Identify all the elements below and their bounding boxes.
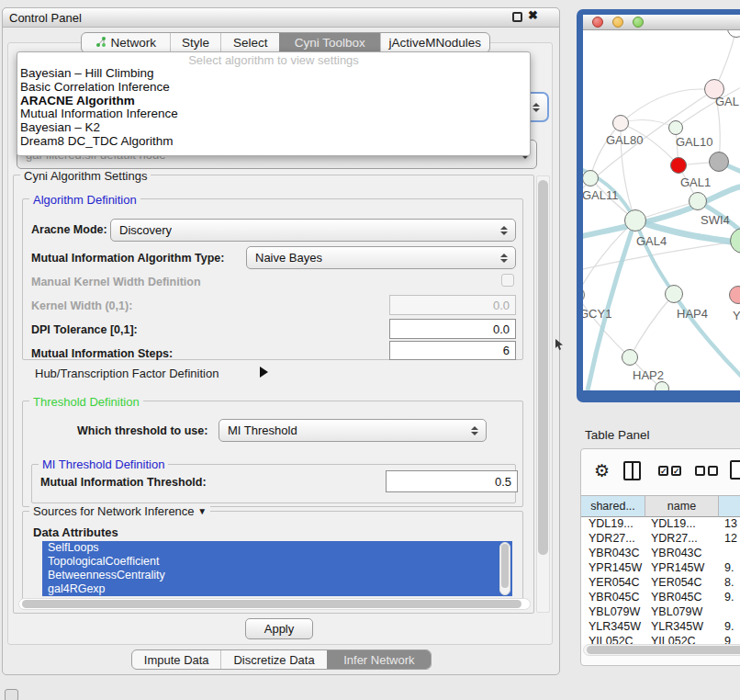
table-cell: YDL19... bbox=[589, 517, 633, 530]
algorithm-option[interactable]: Basic Correlation Inference bbox=[20, 80, 170, 94]
hub-transcription-section-label[interactable]: Hub/Transcription Factor Definition bbox=[35, 367, 219, 380]
node-gal1[interactable] bbox=[670, 157, 687, 174]
table-cell: YBR043C bbox=[651, 547, 702, 559]
table-cell: YIL052C bbox=[589, 635, 633, 644]
table-cell: YBR045C bbox=[651, 591, 702, 604]
table-row[interactable]: YDL19...YDL19...13 bbox=[581, 517, 740, 532]
settings-hscrollbar-thumb[interactable] bbox=[22, 600, 521, 608]
table-row[interactable]: YBR045CYBR045C9. bbox=[581, 591, 740, 605]
tab-select[interactable]: Select bbox=[220, 33, 279, 52]
table-cell: 12 bbox=[724, 532, 737, 545]
mutual-information-threshold-field[interactable]: 0.5 bbox=[386, 470, 518, 492]
mi-threshold-definition-label: MI Threshold Definition bbox=[39, 457, 168, 471]
minimize-traffic-light-icon[interactable] bbox=[612, 17, 623, 28]
network-window-titlebar[interactable] bbox=[583, 15, 740, 30]
control-panel-titlebar[interactable] bbox=[2, 7, 560, 28]
float-window-icon[interactable] bbox=[512, 12, 522, 22]
tab-discretize-data[interactable]: Discretize Data bbox=[220, 650, 326, 669]
manual-kernel-width-label: Manual Kernel Width Definition bbox=[31, 276, 201, 288]
tab-label: Style bbox=[182, 36, 209, 50]
mi-algorithm-type-label: Mutual Information Algorithm Type: bbox=[31, 252, 224, 265]
table-hscrollbar-thumb[interactable] bbox=[587, 646, 740, 654]
expand-arrow-icon[interactable] bbox=[260, 367, 268, 378]
data-attribute-item[interactable]: SelfLoops bbox=[42, 541, 512, 555]
mi-algorithm-type-combobox[interactable]: Naive Bayes bbox=[246, 246, 516, 269]
tab-infer-network[interactable]: Infer Network bbox=[327, 650, 431, 669]
close-icon[interactable]: ✖ bbox=[528, 8, 538, 22]
algorithm-option[interactable]: ARACNE Algorithm bbox=[20, 94, 135, 107]
column-header-cut[interactable] bbox=[719, 495, 740, 517]
node-label-hap2: HAP2 bbox=[633, 368, 664, 382]
node[interactable] bbox=[709, 152, 729, 172]
data-attribute-item[interactable]: gal4RGexp bbox=[42, 582, 512, 596]
close-traffic-light-icon[interactable] bbox=[592, 17, 603, 28]
mi-algorithm-type-value: Naive Bayes bbox=[247, 251, 322, 265]
hide-columns-icon[interactable] bbox=[695, 466, 718, 476]
zoom-traffic-light-icon[interactable] bbox=[633, 17, 644, 28]
table-row[interactable]: YBL079WYBL079W bbox=[581, 605, 740, 620]
gear-icon[interactable]: ⚙ bbox=[594, 460, 610, 481]
algorithm-definition-label: Algorithm Definition bbox=[29, 193, 140, 207]
table-row[interactable]: YLR345WYLR345W9. bbox=[581, 620, 740, 635]
table-panel-title: Table Panel bbox=[585, 428, 650, 442]
attributes-scrollbar-thumb[interactable] bbox=[501, 544, 509, 588]
columns-icon-divider bbox=[632, 463, 633, 479]
aracne-mode-label: Aracne Mode: bbox=[31, 223, 107, 236]
node-label-gcy1: GCY1 bbox=[583, 307, 611, 321]
data-attributes-label: Data Attributes bbox=[33, 525, 118, 539]
table-body[interactable]: YDL19...YDL19...13YDR27...YDR27...12YBR0… bbox=[581, 517, 740, 644]
node-label-swi4: SWI4 bbox=[701, 213, 730, 227]
table-cell: YBR045C bbox=[589, 591, 640, 604]
settings-scrollbar-thumb[interactable] bbox=[538, 180, 548, 555]
table-row[interactable]: YDR27...YDR27...12 bbox=[581, 532, 740, 547]
algorithm-option[interactable]: Mutual Information Inference bbox=[20, 107, 178, 120]
column-header-name[interactable]: name bbox=[645, 495, 719, 517]
combo-arrows-icon bbox=[500, 226, 508, 235]
mi-steps-field[interactable]: 6 bbox=[389, 341, 516, 360]
table-header-row: shared...name bbox=[581, 495, 740, 517]
node-gal10[interactable] bbox=[668, 120, 683, 135]
aracne-mode-value: Discovery bbox=[111, 223, 172, 237]
tab-network[interactable]: Network bbox=[82, 33, 170, 52]
tab-label: Infer Network bbox=[343, 653, 414, 667]
manual-kernel-width-checkbox[interactable] bbox=[501, 274, 514, 287]
tab-cyni-toolbox[interactable]: Cyni Toolbox bbox=[279, 33, 380, 52]
node-label-gal11: GAL11 bbox=[583, 188, 619, 202]
sources-group-title: Sources for Network Inference bbox=[33, 504, 195, 518]
show-selected-columns-icon[interactable]: ✓✓ bbox=[658, 466, 681, 476]
tab-jactivemnodules[interactable]: jActiveMNodules bbox=[380, 33, 489, 52]
data-attributes-list[interactable]: SelfLoopsTopologicalCoefficientBetweenne… bbox=[42, 541, 512, 596]
node-gal80[interactable] bbox=[612, 115, 629, 131]
algorithm-option[interactable]: Bayesian – Hill Climbing bbox=[20, 66, 154, 80]
table-row[interactable]: YPR145WYPR145W9. bbox=[581, 561, 740, 576]
tab-style[interactable]: Style bbox=[170, 33, 221, 52]
mouse-cursor-icon bbox=[555, 339, 564, 351]
table-row[interactable]: YER054CYER054C8. bbox=[581, 576, 740, 591]
apply-button[interactable]: Apply bbox=[245, 618, 313, 639]
which-threshold-combobox[interactable]: MI Threshold bbox=[219, 419, 487, 442]
data-attribute-item[interactable]: TopologicalCoefficient bbox=[42, 555, 512, 569]
table-cell: YDL19... bbox=[651, 517, 696, 530]
node[interactable] bbox=[655, 381, 669, 390]
column-header-shared...[interactable]: shared... bbox=[581, 495, 645, 517]
node-swi4[interactable] bbox=[689, 192, 707, 210]
node-hap4[interactable] bbox=[665, 285, 683, 303]
node-label-gal1: GAL1 bbox=[680, 175, 711, 189]
node-hap2[interactable] bbox=[622, 349, 638, 366]
columns-icon[interactable] bbox=[623, 461, 641, 480]
algorithm-option[interactable]: Bayesian – K2 bbox=[20, 120, 100, 134]
document-icon[interactable] bbox=[730, 460, 740, 480]
table-row[interactable]: YIL052CYIL052C9 bbox=[581, 635, 740, 644]
algorithm-option[interactable]: Dream8 DC_TDC Algorithm bbox=[20, 134, 174, 148]
kernel-width-field[interactable]: 0.0 bbox=[389, 295, 516, 315]
collapsed-panel-icon[interactable] bbox=[5, 689, 18, 700]
node-gal4[interactable] bbox=[624, 209, 646, 231]
sources-group-label[interactable]: Sources for Network Inference ▼ bbox=[29, 504, 210, 518]
dpi-tolerance-field[interactable]: 0.0 bbox=[389, 319, 516, 339]
tab-impute-data[interactable]: Impute Data bbox=[132, 650, 220, 669]
which-threshold-label: Which threshold to use: bbox=[77, 424, 207, 437]
network-canvas[interactable]: GALGAL80GAL10GAL1GAL11SWI4GAL4GCY1HAP4YH… bbox=[583, 30, 740, 390]
table-row[interactable]: YBR043CYBR043C bbox=[581, 547, 740, 561]
data-attribute-item[interactable]: BetweennessCentrality bbox=[42, 569, 512, 582]
aracne-mode-combobox[interactable]: Discovery bbox=[110, 219, 516, 242]
